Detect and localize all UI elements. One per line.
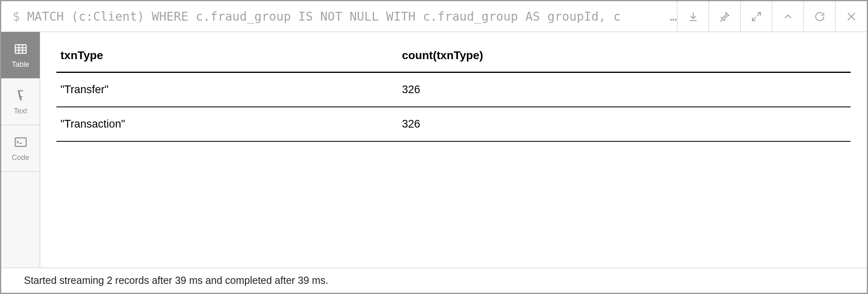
toolbar	[677, 1, 867, 32]
rerun-icon	[814, 11, 826, 23]
column-header[interactable]: txnType	[56, 43, 398, 72]
cell: 326	[398, 72, 851, 107]
table-row: "Transfer" 326	[56, 72, 851, 107]
cell: 326	[398, 107, 851, 141]
tab-code-label: Code	[12, 153, 29, 162]
cell: "Transfer"	[56, 72, 398, 107]
query-text[interactable]: MATCH (c:Client) WHERE c.fraud_group IS …	[27, 1, 677, 32]
download-button[interactable]	[677, 1, 709, 32]
text-icon	[13, 88, 28, 103]
tab-code[interactable]: Code	[1, 125, 40, 172]
expand-button[interactable]	[740, 1, 772, 32]
expand-icon	[750, 11, 763, 23]
pin-icon	[719, 11, 731, 23]
svg-rect-1	[15, 138, 26, 146]
column-header[interactable]: count(txnType)	[398, 43, 851, 72]
table-row: "Transaction" 326	[56, 107, 851, 141]
result-table: txnType count(txnType) "Transfer" 326 "T…	[56, 43, 851, 142]
cell: "Transaction"	[56, 107, 398, 141]
query-bar: $ MATCH (c:Client) WHERE c.fraud_group I…	[1, 1, 867, 32]
close-icon	[845, 11, 857, 23]
chevron-up-icon	[782, 11, 794, 23]
status-bar: Started streaming 2 records after 39 ms …	[1, 268, 867, 293]
result-frame: $ MATCH (c:Client) WHERE c.fraud_group I…	[0, 0, 868, 294]
body-area: Table Text Code txnType count(txnType)	[1, 32, 867, 268]
status-text: Started streaming 2 records after 39 ms …	[24, 275, 328, 286]
pin-button[interactable]	[709, 1, 740, 32]
tab-text[interactable]: Text	[1, 79, 40, 125]
table-icon	[13, 42, 28, 56]
prompt-symbol: $	[1, 1, 27, 32]
tab-text-label: Text	[14, 107, 27, 115]
rerun-button[interactable]	[804, 1, 835, 32]
download-icon	[687, 11, 699, 23]
table-header-row: txnType count(txnType)	[56, 43, 851, 72]
view-tabs: Table Text Code	[1, 32, 40, 268]
result-area: txnType count(txnType) "Transfer" 326 "T…	[40, 32, 867, 268]
tab-table[interactable]: Table	[1, 32, 40, 79]
tab-table-label: Table	[12, 60, 29, 69]
code-icon	[13, 135, 28, 149]
close-button[interactable]	[835, 1, 867, 32]
svg-rect-0	[15, 45, 26, 53]
collapse-button[interactable]	[772, 1, 804, 32]
